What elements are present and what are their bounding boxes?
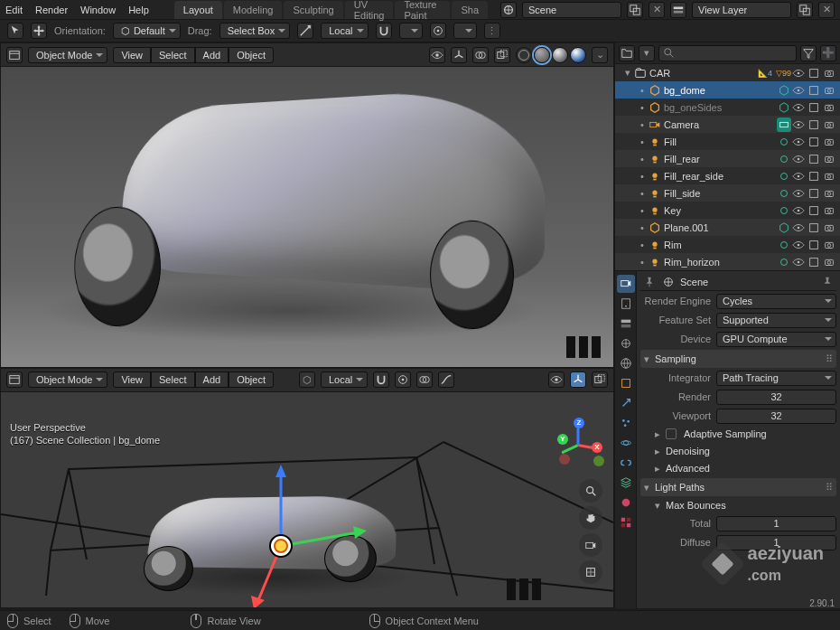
disable-icon[interactable] — [807, 100, 821, 115]
outliner-row[interactable]: •Fill_rear_side — [615, 167, 840, 184]
proptab-physics[interactable] — [617, 434, 635, 452]
sub-adaptive[interactable]: ▸Adaptive Sampling — [640, 426, 836, 442]
overlay-visibility-icon-2[interactable] — [548, 371, 565, 388]
proptab-texture[interactable] — [617, 513, 635, 531]
object-type-icon[interactable] — [648, 203, 662, 218]
eye-icon[interactable] — [791, 66, 806, 80]
eye-icon[interactable] — [791, 203, 806, 218]
disable-icon[interactable] — [807, 238, 821, 252]
tag-icon[interactable] — [777, 118, 791, 132]
object-menu-2[interactable]: Object — [229, 371, 274, 388]
disable-icon[interactable] — [807, 135, 821, 149]
disclose-icon[interactable]: ▾ — [622, 67, 633, 79]
shade-options-icon[interactable]: ⌄ — [592, 47, 608, 63]
object-type-icon[interactable] — [648, 100, 662, 115]
workspace-tab-layout[interactable]: Layout — [174, 1, 222, 19]
object-type-icon[interactable] — [648, 238, 662, 252]
overlay-visibility-icon[interactable] — [429, 47, 445, 63]
outliner-filter-icon[interactable] — [800, 45, 817, 61]
outliner-row[interactable]: •Fill_rear — [615, 150, 840, 167]
disclose-icon[interactable]: • — [637, 188, 648, 199]
object-type-icon[interactable] — [648, 83, 662, 98]
light-data-icon[interactable] — [777, 135, 791, 149]
eye-icon[interactable] — [791, 100, 806, 115]
sub-maxbounces[interactable]: ▾Max Bounces — [640, 497, 836, 513]
workspace-tab-modeling[interactable]: Modeling — [224, 1, 283, 19]
proptab-scene[interactable] — [617, 334, 635, 353]
outliner-row[interactable]: •Fill_side — [615, 184, 840, 202]
camera-render-icon[interactable] — [822, 118, 836, 132]
proptab-world[interactable] — [617, 354, 635, 372]
disable-icon[interactable] — [807, 83, 821, 98]
adaptive-checkbox[interactable] — [666, 428, 677, 439]
add-menu[interactable]: Add — [195, 47, 229, 63]
object-type-icon[interactable] — [648, 118, 662, 132]
disclose-icon[interactable]: • — [637, 171, 648, 182]
gizmo-toggle-icon-2[interactable] — [570, 371, 586, 388]
panel-lightpaths[interactable]: ▾Light Paths⠿ — [640, 478, 836, 496]
view-menu-2[interactable]: View — [113, 371, 151, 388]
viewlayer-close-icon[interactable]: ✕ — [818, 2, 835, 18]
disable-icon[interactable] — [807, 221, 821, 235]
viewport-top[interactable]: Object Mode View Select Add Object — [0, 42, 614, 368]
outliner-row[interactable]: •Plane.001 — [615, 219, 840, 236]
add-menu-2[interactable]: Add — [195, 371, 229, 388]
move-tool-icon[interactable] — [31, 23, 47, 39]
camera-render-icon[interactable] — [822, 66, 836, 80]
nav-camera-icon[interactable] — [579, 533, 602, 557]
camera-render-icon[interactable] — [822, 255, 836, 269]
cursor-tool-icon[interactable] — [7, 23, 23, 39]
editor-type-icon[interactable] — [6, 47, 23, 63]
total-input[interactable]: 1 — [716, 516, 836, 531]
light-data-icon[interactable] — [777, 255, 791, 269]
proptab-data[interactable] — [617, 474, 635, 492]
disable-icon[interactable] — [807, 118, 821, 132]
eye-icon[interactable] — [791, 255, 806, 269]
snap-icon-2[interactable] — [373, 371, 389, 388]
camera-render-icon[interactable] — [822, 83, 836, 98]
workspace-tab-texpaint[interactable]: Texture Paint — [395, 1, 450, 19]
proptab-object[interactable] — [617, 374, 635, 392]
disable-icon[interactable] — [807, 152, 821, 166]
mesh-data-icon[interactable] — [777, 221, 791, 235]
disable-icon[interactable] — [807, 66, 821, 80]
feature-set-dropdown[interactable]: Supported — [716, 313, 836, 328]
scene-icon[interactable] — [500, 2, 517, 18]
light-data-icon[interactable] — [777, 169, 791, 183]
object-type-icon[interactable] — [648, 221, 662, 235]
shade-render-icon[interactable] — [570, 47, 586, 63]
scene-field[interactable]: Scene — [522, 2, 621, 18]
scene-close-icon[interactable]: ✕ — [649, 2, 665, 18]
proptab-render[interactable] — [617, 275, 635, 293]
object-type-icon[interactable] — [648, 186, 662, 201]
camera-render-icon[interactable] — [822, 186, 836, 201]
mesh-data-icon[interactable] — [777, 100, 791, 115]
snap-icon[interactable] — [376, 23, 392, 39]
light-data-icon[interactable] — [777, 203, 791, 218]
opts-icon[interactable]: ⋮ — [484, 23, 500, 39]
eye-icon[interactable] — [791, 238, 806, 252]
outliner-row[interactable]: •Rim — [615, 236, 840, 253]
menu-window[interactable]: Window — [80, 5, 116, 15]
nav-gizmo[interactable]: X Y Z — [554, 419, 602, 468]
object-menu[interactable]: Object — [229, 47, 274, 63]
camera-render-icon[interactable] — [822, 221, 836, 235]
disable-icon[interactable] — [807, 255, 821, 269]
proptab-constraints[interactable] — [617, 454, 635, 472]
disable-icon[interactable] — [807, 169, 821, 183]
diffuse-input[interactable]: 1 — [716, 535, 836, 550]
view-menu[interactable]: View — [113, 47, 151, 63]
xray-icon[interactable] — [494, 47, 510, 63]
orient-dropdown-2[interactable]: Local — [321, 371, 368, 388]
object-type-icon[interactable] — [648, 135, 662, 149]
curve-icon-2[interactable] — [438, 371, 454, 388]
viewport-samples-input[interactable]: 32 — [716, 409, 836, 424]
object-type-icon[interactable] — [648, 152, 662, 166]
propedit-dropdown[interactable] — [453, 23, 477, 39]
menu-render[interactable]: Render — [35, 5, 68, 15]
propedit-icon-2[interactable] — [395, 371, 411, 388]
menu-help[interactable]: Help — [128, 5, 149, 15]
panel-sampling[interactable]: ▾Sampling⠿ — [640, 350, 836, 368]
nav-persp-icon[interactable] — [579, 560, 602, 584]
snap-type-dropdown[interactable] — [399, 23, 423, 39]
